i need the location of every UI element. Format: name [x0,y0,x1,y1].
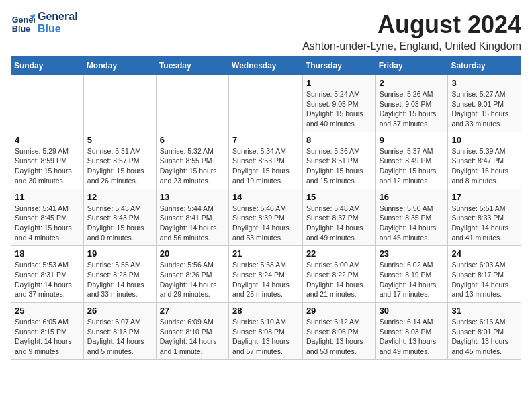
day-info: Sunrise: 5:46 AMSunset: 8:39 PMDaylight:… [232,203,299,243]
day-info: Sunrise: 5:48 AMSunset: 8:37 PMDaylight:… [306,203,372,243]
day-info: Sunrise: 6:09 AMSunset: 8:10 PMDaylight:… [160,317,225,357]
calendar-cell: 8Sunrise: 5:36 AMSunset: 8:51 PMDaylight… [302,132,375,189]
calendar-cell: 21Sunrise: 5:58 AMSunset: 8:24 PMDayligh… [229,246,303,303]
week-row-1: 1Sunrise: 5:24 AMSunset: 9:05 PMDaylight… [11,75,521,132]
day-info: Sunrise: 6:00 AMSunset: 8:22 PMDaylight:… [306,260,372,300]
day-info: Sunrise: 6:05 AMSunset: 8:15 PMDaylight:… [15,317,80,357]
day-number: 13 [160,192,225,202]
day-number: 18 [15,248,80,259]
calendar-cell: 1Sunrise: 5:24 AMSunset: 9:05 PMDaylight… [302,75,375,132]
calendar-table: SundayMondayTuesdayWednesdayThursdayFrid… [11,56,521,360]
week-row-3: 11Sunrise: 5:41 AMSunset: 8:45 PMDayligh… [11,189,521,246]
day-number: 22 [306,248,372,259]
day-info: Sunrise: 6:12 AMSunset: 8:06 PMDaylight:… [306,317,372,357]
day-info: Sunrise: 5:51 AMSunset: 8:33 PMDaylight:… [451,203,517,243]
day-number: 23 [380,248,445,259]
day-number: 28 [232,306,299,316]
day-info: Sunrise: 5:44 AMSunset: 8:41 PMDaylight:… [160,203,225,243]
day-info: Sunrise: 5:24 AMSunset: 9:05 PMDaylight:… [306,89,372,129]
calendar-cell [229,75,303,132]
day-info: Sunrise: 6:03 AMSunset: 8:17 PMDaylight:… [451,260,517,300]
day-info: Sunrise: 5:37 AMSunset: 8:49 PMDaylight:… [380,146,445,186]
page-title: August 2024 [302,11,521,39]
calendar-cell [83,75,156,132]
day-number: 21 [232,248,299,259]
day-number: 5 [87,135,152,145]
day-number: 24 [451,248,517,259]
calendar-cell: 4Sunrise: 5:29 AMSunset: 8:59 PMDaylight… [11,132,84,189]
day-info: Sunrise: 5:53 AMSunset: 8:31 PMDaylight:… [15,260,80,300]
calendar-cell: 3Sunrise: 5:27 AMSunset: 9:01 PMDaylight… [448,75,521,132]
calendar-cell: 10Sunrise: 5:39 AMSunset: 8:47 PMDayligh… [448,132,521,189]
calendar-cell: 24Sunrise: 6:03 AMSunset: 8:17 PMDayligh… [448,246,521,303]
calendar-cell: 20Sunrise: 5:56 AMSunset: 8:26 PMDayligh… [156,246,228,303]
day-info: Sunrise: 6:07 AMSunset: 8:13 PMDaylight:… [87,317,152,357]
week-row-2: 4Sunrise: 5:29 AMSunset: 8:59 PMDaylight… [11,132,521,189]
day-info: Sunrise: 5:26 AMSunset: 9:03 PMDaylight:… [380,89,445,129]
day-number: 19 [87,248,152,259]
day-info: Sunrise: 5:39 AMSunset: 8:47 PMDaylight:… [451,146,517,186]
day-info: Sunrise: 6:16 AMSunset: 8:01 PMDaylight:… [451,317,517,357]
calendar-cell: 11Sunrise: 5:41 AMSunset: 8:45 PMDayligh… [11,189,84,246]
calendar-cell: 22Sunrise: 6:00 AMSunset: 8:22 PMDayligh… [302,246,375,303]
calendar-cell: 6Sunrise: 5:32 AMSunset: 8:55 PMDaylight… [156,132,228,189]
day-number: 17 [451,192,517,202]
day-number: 26 [87,306,152,316]
day-info: Sunrise: 5:34 AMSunset: 8:53 PMDaylight:… [232,146,299,186]
day-number: 2 [380,78,445,88]
day-info: Sunrise: 5:56 AMSunset: 8:26 PMDaylight:… [160,260,225,300]
day-number: 11 [15,192,80,202]
calendar-cell [156,75,228,132]
day-info: Sunrise: 5:50 AMSunset: 8:35 PMDaylight:… [380,203,445,243]
calendar-cell: 9Sunrise: 5:37 AMSunset: 8:49 PMDaylight… [375,132,448,189]
day-header-thursday: Thursday [302,57,375,75]
calendar-cell: 17Sunrise: 5:51 AMSunset: 8:33 PMDayligh… [448,189,521,246]
day-info: Sunrise: 5:31 AMSunset: 8:57 PMDaylight:… [87,146,152,186]
day-header-friday: Friday [375,57,448,75]
day-number: 20 [160,248,225,259]
calendar-cell: 30Sunrise: 6:14 AMSunset: 8:03 PMDayligh… [375,303,448,360]
day-number: 3 [451,78,517,88]
title-area: August 2024 Ashton-under-Lyne, England, … [302,11,521,52]
day-info: Sunrise: 6:14 AMSunset: 8:03 PMDaylight:… [380,317,445,357]
calendar-cell: 31Sunrise: 6:16 AMSunset: 8:01 PMDayligh… [448,303,521,360]
calendar-cell: 13Sunrise: 5:44 AMSunset: 8:41 PMDayligh… [156,189,228,246]
day-header-tuesday: Tuesday [156,57,228,75]
day-info: Sunrise: 5:36 AMSunset: 8:51 PMDaylight:… [306,146,372,186]
day-number: 8 [306,135,372,145]
day-header-monday: Monday [83,57,156,75]
day-number: 15 [306,192,372,202]
day-number: 1 [306,78,372,88]
calendar-cell: 5Sunrise: 5:31 AMSunset: 8:57 PMDaylight… [83,132,156,189]
day-info: Sunrise: 5:43 AMSunset: 8:43 PMDaylight:… [87,203,152,243]
day-number: 30 [380,306,445,316]
day-info: Sunrise: 5:58 AMSunset: 8:24 PMDaylight:… [232,260,299,300]
calendar-cell: 27Sunrise: 6:09 AMSunset: 8:10 PMDayligh… [156,303,228,360]
header: General Blue General Blue August 2024 As… [11,11,521,52]
day-info: Sunrise: 5:32 AMSunset: 8:55 PMDaylight:… [160,146,225,186]
calendar-cell: 23Sunrise: 6:02 AMSunset: 8:19 PMDayligh… [375,246,448,303]
day-number: 25 [15,306,80,316]
day-header-wednesday: Wednesday [229,57,303,75]
svg-text:Blue: Blue [12,24,30,34]
day-number: 31 [451,306,517,316]
day-info: Sunrise: 6:02 AMSunset: 8:19 PMDaylight:… [380,260,445,300]
calendar-header-row: SundayMondayTuesdayWednesdayThursdayFrid… [11,57,521,75]
calendar-cell: 25Sunrise: 6:05 AMSunset: 8:15 PMDayligh… [11,303,84,360]
day-info: Sunrise: 5:55 AMSunset: 8:28 PMDaylight:… [87,260,152,300]
calendar-cell: 26Sunrise: 6:07 AMSunset: 8:13 PMDayligh… [83,303,156,360]
day-number: 6 [160,135,225,145]
calendar-cell: 12Sunrise: 5:43 AMSunset: 8:43 PMDayligh… [83,189,156,246]
day-info: Sunrise: 6:10 AMSunset: 8:08 PMDaylight:… [232,317,299,357]
logo-icon: General Blue [11,11,35,35]
day-info: Sunrise: 5:41 AMSunset: 8:45 PMDaylight:… [15,203,80,243]
day-number: 16 [380,192,445,202]
calendar-cell: 7Sunrise: 5:34 AMSunset: 8:53 PMDaylight… [229,132,303,189]
day-number: 27 [160,306,225,316]
day-info: Sunrise: 5:29 AMSunset: 8:59 PMDaylight:… [15,146,80,186]
calendar-cell: 2Sunrise: 5:26 AMSunset: 9:03 PMDaylight… [375,75,448,132]
day-number: 9 [380,135,445,145]
calendar-cell: 19Sunrise: 5:55 AMSunset: 8:28 PMDayligh… [83,246,156,303]
calendar-cell: 16Sunrise: 5:50 AMSunset: 8:35 PMDayligh… [375,189,448,246]
calendar-cell: 29Sunrise: 6:12 AMSunset: 8:06 PMDayligh… [302,303,375,360]
